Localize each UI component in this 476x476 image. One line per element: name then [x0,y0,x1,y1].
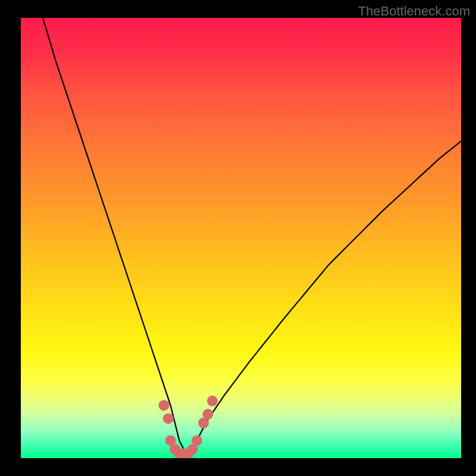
chart-plot-area [21,18,461,458]
watermark-text: TheBottleneck.com [358,4,470,19]
highlight-markers [159,396,218,458]
bottleneck-curve [43,18,461,454]
marker-dot [159,400,170,411]
chart-svg [21,18,461,458]
marker-dot [192,435,202,446]
marker-dot [163,413,174,424]
marker-dot [203,409,214,419]
marker-dot [207,396,218,406]
